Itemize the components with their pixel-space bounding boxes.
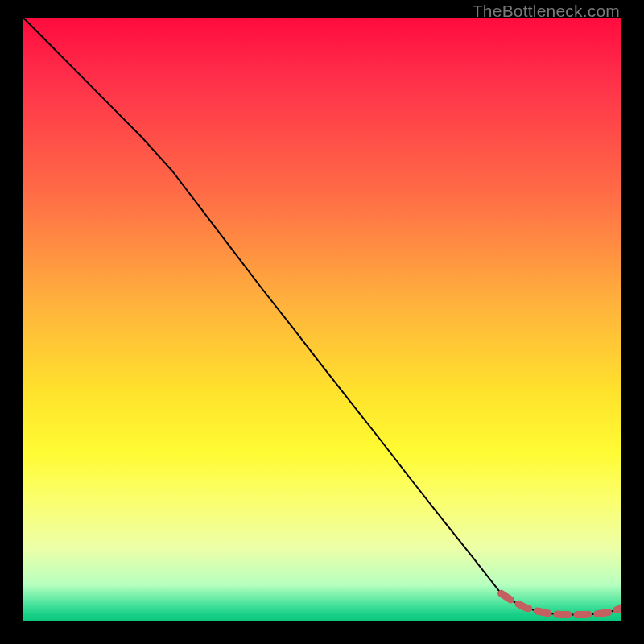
dashed-highlight — [502, 593, 621, 614]
curve-layer — [23, 18, 621, 621]
bottleneck-curve — [23, 18, 621, 615]
plot-area — [23, 18, 621, 621]
chart-frame: TheBottleneck.com — [0, 0, 644, 644]
highlight-end-dot — [617, 605, 621, 613]
